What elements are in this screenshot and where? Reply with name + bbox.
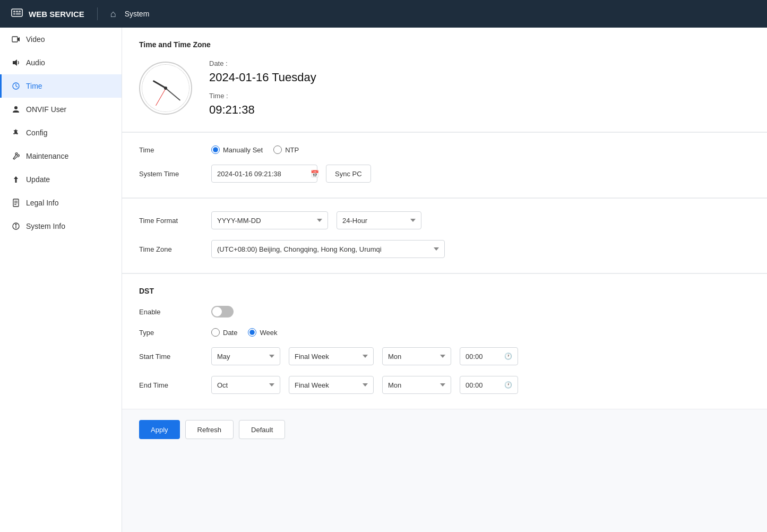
update-icon (11, 175, 21, 184)
start-time-clock-icon: 🕐 (504, 353, 512, 360)
dst-type-radio-group: Date Week (211, 328, 277, 337)
system-time-row: System Time 2024-01-16 09:21:38 📅 Sync P… (139, 165, 750, 183)
ntp-label: NTP (285, 146, 299, 154)
svg-line-11 (16, 86, 18, 87)
radio-ntp[interactable]: NTP (273, 145, 299, 154)
svg-rect-1 (13, 11, 15, 12)
time-zone-select[interactable]: (UTC+08:00) Beijing, Chongqing, Hong Kon… (211, 240, 445, 258)
sidebar-item-audio[interactable]: Audio (0, 51, 122, 74)
time-zone-label: Time Zone (139, 245, 203, 253)
dst-enable-row: Enable (139, 306, 750, 318)
sidebar-label-legal: Legal Info (26, 199, 59, 207)
dst-title: DST (139, 287, 750, 295)
sidebar-item-onvif[interactable]: ONVIF User (0, 98, 122, 121)
topbar-section: System (125, 10, 150, 18)
second-hand (156, 88, 166, 106)
system-time-input[interactable]: 2024-01-16 09:21:38 (217, 170, 306, 178)
onvif-icon (11, 105, 21, 114)
home-icon[interactable]: ⌂ (110, 8, 116, 20)
topbar-divider (97, 7, 98, 20)
time-value: 09:21:38 (209, 103, 316, 117)
minute-hand (165, 88, 180, 101)
system-time-input-box[interactable]: 2024-01-16 09:21:38 📅 (211, 165, 317, 183)
time-mode-label: Time (139, 146, 203, 154)
sidebar-item-config[interactable]: Config (0, 121, 122, 144)
time-zone-title: Time and Time Zone (139, 40, 750, 49)
dst-start-time-row: Start Time JanFebMarApr MayJunJulAug Sep… (139, 347, 750, 365)
sidebar-item-maintenance[interactable]: Maintenance (0, 144, 122, 168)
refresh-button[interactable]: Refresh (185, 420, 234, 439)
start-month-select[interactable]: JanFebMarApr MayJunJulAug SepOctNovDec (211, 347, 280, 365)
svg-point-21 (15, 224, 16, 225)
end-month-select[interactable]: JanFebMarApr MayJunJulAug SepOctNovDec (211, 376, 280, 394)
time-mode-radio-group: Manually Set NTP (211, 145, 299, 154)
dst-type-row: Type Date Week (139, 328, 750, 337)
content-area: Time and Time Zone Date : 2024-01-16 Tue… (122, 28, 767, 532)
svg-rect-4 (13, 13, 15, 15)
start-day-select[interactable]: MonTueWed ThuFriSatSun (382, 347, 451, 365)
sidebar-item-video[interactable]: Video (0, 28, 122, 51)
sidebar-item-sysinfo[interactable]: System Info (0, 214, 122, 238)
dst-end-label: End Time (139, 381, 203, 389)
default-button[interactable]: Default (239, 420, 285, 439)
svg-rect-6 (12, 37, 18, 42)
time-zone-row: Time Zone (UTC+08:00) Beijing, Chongqing… (139, 240, 750, 258)
svg-marker-8 (13, 59, 17, 66)
brand: WEB SERVICE (11, 7, 84, 20)
sidebar-item-update[interactable]: Update (0, 168, 122, 191)
sidebar-item-legal[interactable]: Legal Info (0, 191, 122, 214)
time-settings-card: Time Manually Set NTP System Time 2024- (122, 133, 767, 198)
type-date-label: Date (223, 329, 237, 337)
sysinfo-icon (11, 221, 21, 231)
time-format-card: Time Format YYYY-MM-DD MM-DD-YYYY DD-MM-… (122, 199, 767, 273)
clock-center (164, 87, 167, 90)
brand-icon (11, 7, 23, 20)
apply-button[interactable]: Apply (139, 420, 180, 439)
calendar-icon: 📅 (311, 170, 319, 178)
svg-rect-5 (16, 13, 21, 15)
time-format-select[interactable]: 24-Hour 12-Hour (337, 211, 421, 229)
sidebar: Video Audio Time (0, 28, 122, 532)
clock-face (139, 62, 192, 115)
radio-week[interactable]: Week (248, 328, 277, 337)
type-week-label: Week (260, 329, 277, 337)
sidebar-item-time[interactable]: Time (0, 74, 122, 98)
time-mode-row: Time Manually Set NTP (139, 145, 750, 154)
dst-end-time-row: End Time JanFebMarApr MayJunJulAug SepOc… (139, 376, 750, 394)
svg-marker-14 (14, 176, 18, 183)
main-layout: Video Audio Time (0, 28, 767, 532)
end-day-select[interactable]: MonTueWed ThuFriSatSun (382, 376, 451, 394)
time-icon (11, 81, 21, 91)
time-format-row: Time Format YYYY-MM-DD MM-DD-YYYY DD-MM-… (139, 211, 750, 229)
date-time-info: Date : 2024-01-16 Tuesday Time : 09:21:3… (209, 59, 316, 117)
date-format-select[interactable]: YYYY-MM-DD MM-DD-YYYY DD-MM-YYYY (211, 211, 328, 229)
radio-manually-set[interactable]: Manually Set (211, 145, 263, 154)
sidebar-label-config: Config (26, 128, 47, 137)
manually-set-label: Manually Set (223, 146, 263, 154)
end-time-input-box[interactable]: 🕐 (460, 376, 518, 394)
dst-section: DST Enable Type Date Week (122, 274, 767, 409)
start-week-select[interactable]: First WeekSecond WeekThird Week Fourth W… (289, 347, 374, 365)
legal-icon (11, 198, 21, 208)
end-time-input[interactable] (466, 381, 500, 389)
sidebar-label-onvif: ONVIF User (26, 105, 66, 114)
brand-label: WEB SERVICE (29, 10, 84, 19)
sidebar-label-video: Video (26, 35, 45, 44)
start-time-input[interactable] (466, 353, 500, 361)
action-buttons: Apply Refresh Default (122, 409, 767, 450)
dst-type-label: Type (139, 329, 203, 337)
time-label: Time : (209, 92, 316, 100)
topbar: WEB SERVICE ⌂ System (0, 0, 767, 28)
maintenance-icon (11, 151, 21, 161)
sidebar-label-maintenance: Maintenance (26, 152, 68, 160)
clock-row: Date : 2024-01-16 Tuesday Time : 09:21:3… (139, 59, 750, 117)
radio-date[interactable]: Date (211, 328, 237, 337)
sidebar-label-audio: Audio (26, 58, 45, 67)
start-time-input-box[interactable]: 🕐 (460, 347, 518, 365)
date-value: 2024-01-16 Tuesday (209, 71, 316, 84)
sync-pc-button[interactable]: Sync PC (326, 165, 371, 183)
dst-start-label: Start Time (139, 353, 203, 361)
sidebar-label-update: Update (26, 175, 50, 184)
dst-enable-toggle[interactable] (211, 306, 234, 318)
end-week-select[interactable]: First WeekSecond WeekThird Week Fourth W… (289, 376, 374, 394)
